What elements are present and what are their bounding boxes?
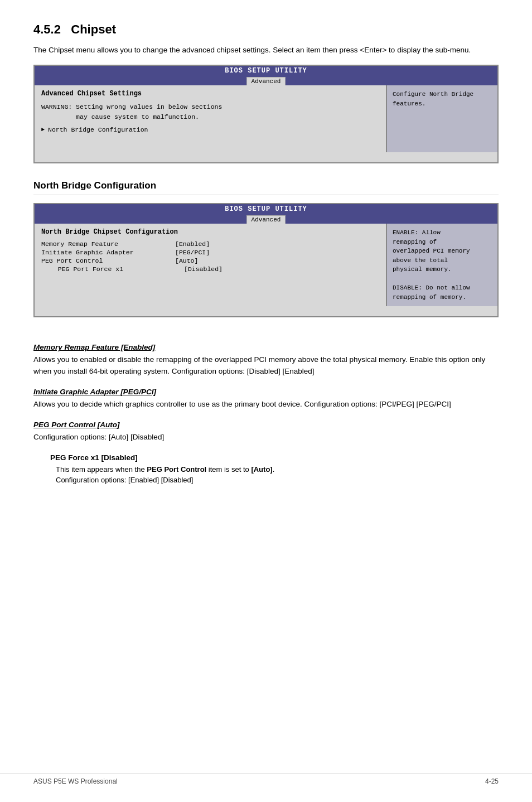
bold-peg-port-control: PEG Port Control: [147, 465, 206, 474]
desc-initiate-graphic: Initiate Graphic Adapter [PEG/PCI] Allow…: [33, 388, 499, 410]
bios2-bottom: [35, 306, 497, 316]
section-number: 4.5.2: [33, 22, 61, 36]
bios1-menu-label: North Bridge Configuration: [48, 126, 148, 133]
table-row: PEG Port Force x1 [Disabled]: [41, 265, 379, 273]
bios2-row3-label: PEG Port Control: [41, 257, 164, 264]
bios2-table: Memory Remap Feature [Enabled] Initiate …: [41, 240, 379, 273]
desc-peg-port-control-body: Configuration options: [Auto] [Disabled]: [33, 432, 499, 443]
bios-right-1: Configure North Bridge features.: [386, 85, 497, 152]
bios2-row4-label: PEG Port Force x1: [50, 265, 173, 273]
bios2-row2-value: [PEG/PCI]: [175, 249, 210, 256]
bios-right-2: ENABLE: Allow remapping of overlapped PC…: [386, 224, 497, 306]
bios2-row1-label: Memory Remap Feature: [41, 240, 164, 248]
footer: ASUS P5E WS Professional 4-25: [0, 774, 532, 785]
bios-content-2: North Bridge Chipset Configuration Memor…: [35, 224, 497, 306]
footer-left: ASUS P5E WS Professional: [33, 777, 118, 785]
sub-desc-peg-force-body: This item appears when the PEG Port Cont…: [50, 464, 499, 486]
bios-header-2: BIOS SETUP UTILITY: [35, 204, 497, 214]
intro-text: The Chipset menu allows you to change th…: [33, 45, 499, 56]
bios-tab-row-2: Advanced: [35, 214, 497, 224]
section-title: Chipset: [71, 22, 116, 36]
bios-tab-1: Advanced: [246, 77, 286, 85]
bios1-menu-item: ► North Bridge Configuration: [41, 126, 379, 133]
desc-memory-remap-title: Memory Remap Feature [Enabled]: [33, 343, 499, 351]
bios-left-2: North Bridge Chipset Configuration Memor…: [35, 224, 386, 306]
bios1-bottom: [35, 152, 497, 162]
bios1-warning: WARNING: Setting wrong values in below s…: [41, 102, 379, 122]
bios-tab-2: Advanced: [246, 215, 286, 224]
footer-right: 4-25: [485, 777, 499, 785]
bios2-section-title: North Bridge Chipset Configuration: [41, 228, 379, 236]
table-row: PEG Port Control [Auto]: [41, 257, 379, 264]
desc-initiate-graphic-title: Initiate Graphic Adapter [PEG/PCI]: [33, 388, 499, 396]
table-row: Initiate Graphic Adapter [PEG/PCI]: [41, 249, 379, 256]
desc-peg-port-control: PEG Port Control [Auto] Configuration op…: [33, 421, 499, 443]
bios-content-1: Advanced Chipset Settings WARNING: Setti…: [35, 85, 497, 152]
bios2-row4-value: [Disabled]: [184, 265, 223, 273]
desc-memory-remap: Memory Remap Feature [Enabled] Allows yo…: [33, 343, 499, 378]
bios2-row3-value: [Auto]: [175, 257, 198, 264]
bios1-triangle-icon: ►: [41, 127, 45, 133]
table-row: Memory Remap Feature [Enabled]: [41, 240, 379, 248]
desc-initiate-graphic-body: Allows you to decide which graphics cont…: [33, 399, 499, 410]
bios1-section-title: Advanced Chipset Settings: [41, 90, 379, 98]
page-title: 4.5.2 Chipset: [33, 22, 499, 37]
bios2-row2-label: Initiate Graphic Adapter: [41, 249, 164, 256]
desc-peg-port-control-title: PEG Port Control [Auto]: [33, 421, 499, 429]
bios-header-1: BIOS SETUP UTILITY: [35, 66, 497, 76]
desc-memory-remap-body: Allows you to enabled or disable the rem…: [33, 354, 499, 378]
bios-box-1: BIOS SETUP UTILITY Advanced Advanced Chi…: [33, 65, 499, 163]
sub-desc-peg-force: PEG Force x1 [Disabled] This item appear…: [33, 453, 499, 486]
bios-tab-row-1: Advanced: [35, 76, 497, 85]
bios2-row1-value: [Enabled]: [175, 240, 210, 248]
bios-left-1: Advanced Chipset Settings WARNING: Setti…: [35, 85, 386, 152]
bold-auto: [Auto]: [251, 465, 272, 474]
page-content: 4.5.2 Chipset The Chipset menu allows yo…: [33, 22, 499, 486]
sub-desc-peg-force-title: PEG Force x1 [Disabled]: [50, 453, 499, 462]
bios-box-2: BIOS SETUP UTILITY Advanced North Bridge…: [33, 203, 499, 317]
north-bridge-title: North Bridge Configuration: [33, 180, 499, 195]
